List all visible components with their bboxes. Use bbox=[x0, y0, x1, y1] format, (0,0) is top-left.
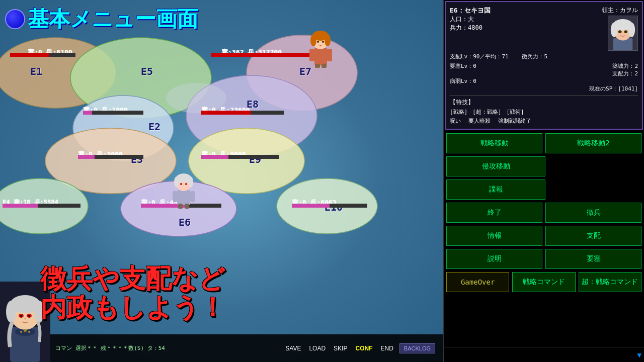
stats-row2: 支配力：2 bbox=[450, 70, 638, 77]
svg-point-45 bbox=[24, 329, 27, 332]
skill3: [戦術] bbox=[507, 108, 524, 116]
population: 人口：大 bbox=[450, 15, 491, 24]
strategic-move-button[interactable]: 戦略移動 bbox=[446, 133, 542, 153]
e10-bar-bg bbox=[292, 204, 367, 208]
skill2: [超：戦略] bbox=[472, 108, 501, 116]
btn-row-1: 戦略移動 戦略移動2 bbox=[446, 133, 641, 153]
bottom-status-text: コマン 選択＊＊ 残＊＊＊＊数(S) タ：54 bbox=[55, 344, 283, 352]
strategic-move2-button[interactable]: 戦略移動2 bbox=[545, 133, 641, 153]
end-button2[interactable]: 終了 bbox=[446, 203, 542, 223]
svg-rect-20 bbox=[315, 64, 320, 68]
control-lv: 支配Lv：90／平均：71 bbox=[450, 53, 509, 60]
info-button[interactable]: 情報 bbox=[446, 226, 542, 246]
e3-bar-fill bbox=[78, 155, 95, 159]
explain-button[interactable]: 説明 bbox=[446, 249, 542, 269]
strategy-cmd-button[interactable]: 戦略コマンド bbox=[512, 272, 575, 292]
svg-point-53 bbox=[628, 23, 635, 37]
invasion-move-button[interactable]: 侵攻移動 bbox=[446, 156, 545, 176]
svg-point-6 bbox=[189, 128, 304, 194]
e8-bar-bg bbox=[201, 111, 284, 115]
conscript-button[interactable]: 徴兵 bbox=[545, 203, 641, 223]
svg-point-46 bbox=[20, 331, 22, 333]
svg-point-52 bbox=[611, 23, 618, 37]
e6-label: E6 bbox=[179, 216, 191, 228]
nav-arrow-down[interactable]: ▼ bbox=[637, 351, 641, 359]
e9-bar-fill bbox=[201, 155, 228, 159]
bottom-buttons: SAVE LOAD SKIP CONF END BACKLOG bbox=[283, 343, 435, 353]
bottom-text3: 残＊＊＊＊数(S) bbox=[101, 345, 144, 351]
char-e7-svg bbox=[307, 28, 335, 68]
e1-bar-bg bbox=[10, 53, 75, 57]
stats-row1: 要塞Lv：0 築城力：2 bbox=[450, 62, 638, 70]
skill5: 要人暗殺 bbox=[468, 117, 491, 125]
game-container: 塞:0 兵:6100 塞:367 兵:317700 塞:0 兵:1000 塞:0… bbox=[0, 0, 644, 362]
title-circle bbox=[5, 9, 25, 29]
bottom-bar: コマン 選択＊＊ 残＊＊＊＊数(S) タ：54 SAVE LOAD SKIP C… bbox=[0, 334, 443, 362]
dominate-button[interactable]: 支配 bbox=[545, 226, 641, 246]
intelligence-button[interactable]: 諜報 bbox=[446, 179, 545, 200]
svg-rect-19 bbox=[327, 49, 332, 61]
map-title: 基本メニュー画面 bbox=[5, 5, 198, 33]
fortify-button[interactable]: 要塞 bbox=[545, 249, 641, 269]
svg-point-38 bbox=[6, 301, 16, 323]
svg-rect-22 bbox=[177, 190, 190, 205]
svg-rect-30 bbox=[190, 191, 195, 202]
svg-point-47 bbox=[28, 331, 30, 333]
info-header: E6：セキヨ国 人口：大 兵力：4800 領主：カヲル bbox=[450, 6, 638, 51]
svg-point-28 bbox=[185, 183, 187, 185]
right-panel: E6：セキヨ国 人口：大 兵力：4800 領主：カヲル bbox=[443, 0, 644, 362]
bottom-text2: 選択＊＊ bbox=[75, 345, 98, 351]
char-e6-svg bbox=[171, 171, 196, 209]
current-sp: 現在のSP：[1041] bbox=[589, 85, 638, 92]
svg-point-14 bbox=[310, 34, 316, 46]
svg-point-25 bbox=[174, 176, 179, 188]
lord-portrait bbox=[608, 16, 638, 51]
info-territory: E6：セキヨ国 人口：大 兵力：4800 bbox=[450, 6, 491, 51]
btn-row-7: GameOver 戦略コマンド 超：戦略コマンド bbox=[446, 272, 641, 292]
svg-rect-31 bbox=[178, 204, 183, 209]
military: 兵力：4800 bbox=[450, 24, 491, 32]
info-panel: E6：セキヨ国 人口：大 兵力：4800 領主：カヲル bbox=[445, 1, 643, 130]
e1b-bar-fill bbox=[211, 53, 312, 57]
e4-bar-bg bbox=[3, 204, 80, 208]
map-area: 塞:0 兵:6100 塞:367 兵:317700 塞:0 兵:1000 塞:0… bbox=[0, 0, 443, 362]
btn-row-6: 説明 要塞 bbox=[446, 249, 641, 269]
skills-row1: [戦略] [超：戦略] [戦術] bbox=[450, 108, 638, 116]
info-right: 領主：カヲル bbox=[602, 6, 638, 51]
super-strategy-button[interactable]: 超：戦略コマンド bbox=[579, 272, 641, 292]
btn-row-2: 侵攻移動 bbox=[446, 156, 641, 176]
svg-rect-21 bbox=[321, 64, 327, 68]
fortify-lv: 要塞Lv：0 bbox=[450, 62, 476, 70]
backlog-button[interactable]: BACKLOG bbox=[399, 343, 435, 353]
load-button[interactable]: LOAD bbox=[307, 343, 328, 353]
empty-space2 bbox=[548, 179, 641, 200]
end-button[interactable]: END bbox=[378, 343, 395, 353]
skip-button[interactable]: SKIP bbox=[332, 343, 349, 353]
svg-point-43 bbox=[28, 315, 30, 317]
svg-rect-29 bbox=[173, 191, 177, 202]
svg-point-55 bbox=[624, 30, 627, 33]
skill6: 強制戦闘終了 bbox=[498, 117, 531, 125]
e1b-bar-bg bbox=[211, 53, 312, 57]
svg-rect-32 bbox=[185, 204, 189, 209]
conf-button[interactable]: CONF bbox=[353, 343, 374, 353]
svg-point-42 bbox=[20, 315, 22, 317]
e9-bar-bg bbox=[201, 155, 279, 159]
svg-point-44 bbox=[24, 318, 26, 320]
overlay-line2: 内政もしよう！ bbox=[40, 293, 225, 322]
btn-row-3: 諜報 bbox=[446, 179, 641, 200]
lord-name: 領主：カヲル bbox=[602, 6, 638, 15]
nav-bar: ▼ bbox=[444, 347, 644, 362]
overlay-line1: 徴兵や支配など bbox=[40, 264, 225, 293]
map-character-e6 bbox=[171, 171, 196, 209]
svg-point-54 bbox=[618, 30, 622, 33]
e3-bar-bg bbox=[78, 155, 143, 159]
e1-label: E1 bbox=[30, 65, 42, 77]
svg-point-27 bbox=[180, 183, 182, 185]
title-text: 基本メニュー画面 bbox=[28, 5, 198, 33]
e2-label: E2 bbox=[148, 121, 160, 133]
e4-bar-fill bbox=[3, 204, 38, 208]
save-button[interactable]: SAVE bbox=[283, 343, 303, 353]
gameover-button[interactable]: GameOver bbox=[446, 272, 509, 292]
stats-row3: 病弱Lv：0 bbox=[450, 77, 638, 85]
